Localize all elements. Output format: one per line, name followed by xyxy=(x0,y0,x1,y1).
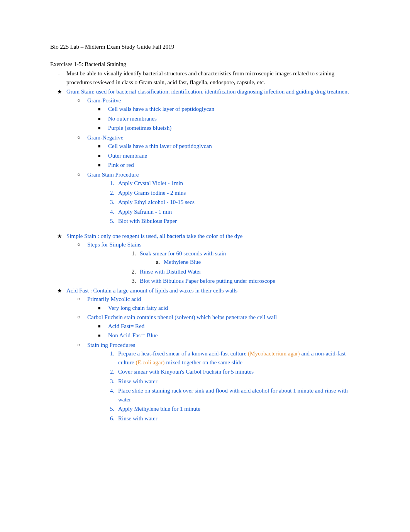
text: Blot with Bibulous Paper before putting … xyxy=(140,278,275,284)
text: No outer membranes xyxy=(108,116,157,122)
list-item: Rinse with water xyxy=(116,377,360,386)
simple-steps-label: Steps for Simple Stains xyxy=(87,241,141,248)
simple-steps-item: Steps for Simple Stains Soak smear for 6… xyxy=(87,240,360,286)
text: Pink or red xyxy=(108,162,134,168)
gram-procedure-label: Gram Stain Procedure xyxy=(87,172,139,178)
text: Soak smear for 60 seconds with stain xyxy=(140,250,226,257)
gram-negative-label: Gram-Negative xyxy=(87,134,123,141)
mycolic-item: Primarily Mycolic acid Very long chain f… xyxy=(87,295,360,312)
gram-positive-item: Gram-Posiitve Cell walls have a thick la… xyxy=(87,96,360,133)
carbol-item: Carbol Fuchsin stain contains phenol (so… xyxy=(87,313,360,340)
text: Rinse with Distilled Water xyxy=(140,269,201,275)
staining-procedures-item: Stain ing Procedures Prepare a heat-fixe… xyxy=(87,341,360,423)
list-item: Pink or red xyxy=(108,161,360,170)
text-orange: (Mycobacterium agar) xyxy=(248,350,300,357)
text: Methylene Blue xyxy=(164,259,201,265)
list-item: Cell walls have a thin layer of peptidog… xyxy=(108,142,360,151)
text-orange: (E.coli agar) xyxy=(136,359,164,365)
staining-procedures-label: Stain ing Procedures xyxy=(87,342,135,348)
gram-positive-label: Gram-Posiitve xyxy=(87,97,121,104)
text: Apply Grams iodine - 2 mins xyxy=(118,190,186,196)
gram-stain-item: Gram Stain: used for bacterial classific… xyxy=(66,87,360,226)
text: Rinse with water xyxy=(118,378,158,384)
text: Blot with Bibulous Paper xyxy=(118,218,177,224)
list-item: Non Acid-Fast= Blue xyxy=(108,331,360,340)
list-item: Apply Methylene blue for 1 minute xyxy=(116,405,360,413)
list-item: Rinse with water xyxy=(116,414,360,423)
intro-bullet: Must be able to visually identify bacter… xyxy=(66,69,360,87)
acid-fast-item: Acid Fast : Contain a large amount of li… xyxy=(66,286,360,423)
text: Apply Methylene blue for 1 minute xyxy=(118,406,200,412)
list-item: Blot with Bibulous Paper before putting … xyxy=(137,277,360,286)
gram-negative-item: Gram-Negative Cell walls have a thin lay… xyxy=(87,133,360,170)
list-item: Soak smear for 60 seconds with stain Met… xyxy=(137,249,360,267)
gram-stain-desc: used for bacterial classification, ident… xyxy=(96,88,349,95)
list-item: Blot with Bibulous Paper xyxy=(116,217,360,226)
list-item: Outer membrane xyxy=(108,151,360,160)
list-item: Place slide on staining rack over sink a… xyxy=(116,386,360,404)
list-item: Apply Safranin - 1 min xyxy=(116,207,360,216)
text: Prepare a heat-fixed smear of a known ac… xyxy=(118,350,248,357)
gram-stain-label: Gram Stain: xyxy=(66,88,96,95)
text: Cell walls have a thick layer of peptido… xyxy=(108,106,214,112)
carbol-label: Carbol Fuchsin stain contains phenol (so… xyxy=(87,314,277,320)
simple-stain-desc: : only one reagent is used, all bacteria… xyxy=(98,233,243,239)
text: Apply Crystal Violet - 1min xyxy=(118,180,183,186)
list-item: Apply Crystal Violet - 1min xyxy=(116,179,360,188)
list-item: Apply Grams iodine - 2 mins xyxy=(116,189,360,197)
text: Cover smear with Kinyoun's Carbol Fuchsi… xyxy=(118,369,254,375)
mycolic-label: Primarily Mycolic acid xyxy=(87,296,141,302)
simple-stain-item: Simple Stain : only one reagent is used,… xyxy=(66,232,360,286)
text: Place slide on staining rack over sink a… xyxy=(118,388,348,403)
list-item: Rinse with Distilled Water xyxy=(137,267,360,276)
acid-fast-label: Acid Fast xyxy=(66,287,90,294)
gram-procedure-item: Gram Stain Procedure Apply Crystal Viole… xyxy=(87,170,360,226)
text: Acid Fast= Red xyxy=(108,323,144,329)
simple-stain-label: Simple Stain xyxy=(66,233,98,239)
list-item: Acid Fast= Red xyxy=(108,322,360,331)
list-item: Prepare a heat-fixed smear of a known ac… xyxy=(116,349,360,367)
acid-fast-desc: : Contain a large amount of lipids and w… xyxy=(90,287,237,294)
text: Outer membrane xyxy=(108,153,147,159)
text: Rinse with water xyxy=(118,415,158,422)
text: Apply Safranin - 1 min xyxy=(118,209,172,215)
list-item: Cell walls have a thick layer of peptido… xyxy=(108,105,360,114)
list-item: Cover smear with Kinyoun's Carbol Fuchsi… xyxy=(116,367,360,376)
text: Purple (sometimes blueish) xyxy=(108,125,171,131)
list-item: Apply Ethyl alcohol - 10-15 secs xyxy=(116,198,360,207)
text: Non Acid-Fast= Blue xyxy=(108,332,158,338)
section-heading: Exercises 1-5: Bacterial Staining xyxy=(50,60,360,69)
list-item: Purple (sometimes blueish) xyxy=(108,124,360,133)
list-item: Very long chain fatty acid xyxy=(108,304,360,313)
page-title: Bio 225 Lab – Midterm Exam Study Guide F… xyxy=(50,42,360,51)
list-item: No outer membranes xyxy=(108,114,360,123)
text: mixed together on the same slide xyxy=(164,359,242,365)
text: Very long chain fatty acid xyxy=(108,305,168,311)
text: Cell walls have a thin layer of peptidog… xyxy=(108,143,212,149)
list-item: Methylene Blue xyxy=(161,258,360,267)
text: Apply Ethyl alcohol - 10-15 secs xyxy=(118,199,195,205)
